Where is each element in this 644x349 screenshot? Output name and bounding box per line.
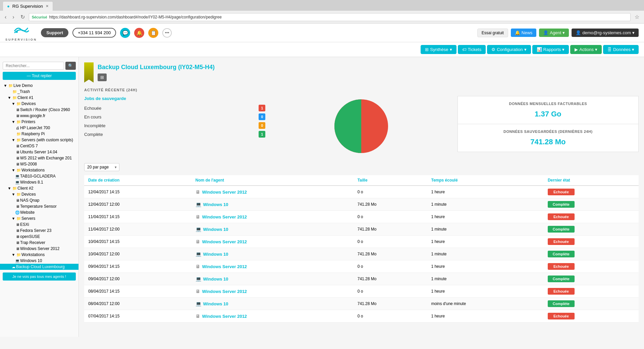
sidebar-item-workstations1[interactable]: ▼ 📁 Workstations bbox=[0, 167, 78, 173]
bookmark-star-icon[interactable]: ☆ bbox=[633, 13, 641, 21]
more-button[interactable]: ••• bbox=[162, 28, 172, 38]
cell-date: 08/04/2017 12:00 bbox=[84, 298, 192, 310]
sidebar-item-devices1[interactable]: ▼ 📁 Devices bbox=[0, 101, 78, 107]
agent-link[interactable]: Windows 10 bbox=[203, 202, 228, 207]
sidebar-item-centos[interactable]: 🖥 CentOS 7 bbox=[0, 143, 78, 149]
job-label: Complète bbox=[84, 132, 103, 137]
forward-button[interactable]: › bbox=[10, 13, 16, 21]
essai-gratuit-button[interactable]: Essai gratuit bbox=[477, 29, 508, 37]
tab-close-icon[interactable]: ✕ bbox=[46, 4, 49, 8]
cell-time: 1 minute bbox=[427, 223, 543, 236]
cell-date: 08/04/2017 14:15 bbox=[84, 285, 192, 298]
agent-link[interactable]: Windows Server 2012 bbox=[202, 214, 247, 219]
collapse-icon: ▼ bbox=[3, 84, 8, 88]
sidebar-item-backup-cloud[interactable]: ☁ Backup Cloud Luxembourg bbox=[0, 264, 78, 270]
phone-button[interactable]: +334 11 934 200 bbox=[72, 28, 116, 38]
sidebar-item-live-demo[interactable]: ▼ 📁 Live Demo bbox=[0, 83, 78, 89]
tab-favicon: ● bbox=[7, 4, 10, 9]
sidebar-item-printers[interactable]: ▼ 📁 Printers bbox=[0, 119, 78, 125]
pie-chart bbox=[271, 96, 452, 156]
sidebar-item-google[interactable]: 🖥 www.google.fr bbox=[0, 113, 78, 119]
support-button[interactable]: Support bbox=[41, 28, 68, 37]
pie-svg bbox=[331, 96, 391, 156]
tab-donnees[interactable]: 🗄 Données ▾ bbox=[603, 45, 639, 54]
sidebar-item-tab10[interactable]: 💻 TAB10-GCLADERA bbox=[0, 173, 78, 179]
search-input[interactable] bbox=[3, 62, 64, 70]
device-icon: 🖥 bbox=[15, 235, 20, 239]
bell-icon: 🔔 bbox=[515, 30, 520, 35]
agent-link[interactable]: Windows Server 2012 bbox=[202, 264, 247, 269]
sidebar-item-switch[interactable]: 🖥 Switch / Router (Cisco 2960 bbox=[0, 107, 78, 113]
sidebar-item-devices2[interactable]: ▼ 📁 Devices bbox=[0, 191, 78, 197]
agent-link[interactable]: Windows 10 bbox=[203, 252, 228, 257]
agent-button[interactable]: 👤 Agent ▾ bbox=[539, 29, 569, 37]
agent-link[interactable]: Windows Server 2012 bbox=[202, 289, 247, 294]
agent-link[interactable]: Windows 10 bbox=[203, 277, 228, 282]
jobs-title: Jobs de sauvegarde bbox=[84, 96, 265, 101]
tab-tickets[interactable]: 🏷 Tickets bbox=[458, 45, 486, 54]
sidebar-item-win81[interactable]: 💻 Windows 8.1 bbox=[0, 179, 78, 185]
sidebar-item-winserver2012[interactable]: 🖥 Windows Server 2012 bbox=[0, 246, 78, 252]
back-button[interactable]: ‹ bbox=[3, 13, 8, 21]
sidebar-item-workstations2[interactable]: ▼ 📁 Workstations bbox=[0, 252, 78, 258]
desktop-icon: 💻 bbox=[196, 301, 201, 306]
sidebar-item-ubuntu[interactable]: 🖥 Ubuntu Server 14.04 bbox=[0, 149, 78, 155]
sidebar-item-servers-custom[interactable]: ▼ 📁 Servers (with custom scripts) bbox=[0, 137, 78, 143]
chat-icon[interactable]: 💬 bbox=[120, 28, 130, 38]
sidebar-item-trap[interactable]: 🖥 Trap Receiver bbox=[0, 240, 78, 246]
status-badge: Echouée bbox=[548, 189, 575, 195]
cell-agent: 🖥Windows Server 2012 bbox=[192, 186, 354, 198]
table-row: 12/04/2017 12:00 💻Windows 10 741.28 Mo 1… bbox=[84, 198, 639, 211]
sidebar-item-trash[interactable]: 📁 _Trash bbox=[0, 89, 78, 95]
info-icon[interactable]: 📋 bbox=[148, 28, 158, 38]
sidebar-item-servers2[interactable]: ▼ 📁 Servers bbox=[0, 215, 78, 221]
agent-link[interactable]: Windows 10 bbox=[203, 301, 228, 306]
per-page-select[interactable]: 20 par page 50 par page 100 par page bbox=[84, 163, 119, 171]
sidebar-item-fedora[interactable]: 🖥 Fedora Server 23 bbox=[0, 228, 78, 234]
job-badge: 1 bbox=[259, 131, 265, 138]
demo-user-button[interactable]: 👤 demo@rg-systemes.com ▾ bbox=[572, 29, 639, 37]
sidebar-item-client1[interactable]: ▼ 📁 Client #1 bbox=[0, 95, 78, 101]
sidebar-item-client2[interactable]: ▼ 📁 Client #2 bbox=[0, 185, 78, 191]
news-button[interactable]: 🔔 News bbox=[511, 29, 537, 37]
cell-agent: 🖥Windows Server 2012 bbox=[192, 211, 354, 223]
agent-link[interactable]: Windows Server 2012 bbox=[202, 190, 247, 195]
cell-date: 11/04/2017 14:15 bbox=[84, 211, 192, 223]
cell-date: 10/04/2017 14:15 bbox=[84, 236, 192, 248]
status-badge: Complète bbox=[548, 276, 575, 282]
folder-icon: 📁 bbox=[16, 168, 21, 172]
tab-actions[interactable]: ▶ Actions ▾ bbox=[570, 45, 602, 54]
tab-rapports[interactable]: 📊 Rapports ▾ bbox=[532, 45, 569, 54]
sidebar-item-ws2012[interactable]: 🖥 WS 2012 with Exchange 201 bbox=[0, 155, 78, 161]
sidebar: 🔍 — Tout replier ▼ 📁 Live Demo 📁 _Trash … bbox=[0, 57, 79, 337]
server-icon: 🖥 bbox=[196, 189, 200, 195]
tout-replier-button[interactable]: — Tout replier bbox=[3, 72, 76, 80]
sidebar-item-raspberry[interactable]: 📁 Raspberry Pi bbox=[0, 131, 78, 137]
agent-link[interactable]: Windows Server 2012 bbox=[202, 314, 247, 319]
device-icon: 🌐 bbox=[15, 210, 20, 215]
sidebar-item-temp-sensor[interactable]: 🖥 Temperature Sensor bbox=[0, 203, 78, 209]
sidebar-item-hp[interactable]: 🖨 HP LaserJet 700 bbox=[0, 125, 78, 131]
sidebar-item-win10[interactable]: 💻 Windows 10 bbox=[0, 258, 78, 264]
browser-tab[interactable]: ● RG Supervision ✕ bbox=[3, 1, 53, 11]
cell-size: 741.28 Mo bbox=[354, 298, 427, 310]
grid-view-button[interactable]: ⊞ bbox=[98, 73, 107, 81]
sidebar-item-website[interactable]: 🌐 Website bbox=[0, 209, 78, 215]
agent-warning-button[interactable]: Je ne vois pas tous mes agents ! bbox=[3, 272, 76, 281]
tab-synthese[interactable]: ⊞ Synthèse ▾ bbox=[421, 45, 456, 54]
col-time: Temps écoulé bbox=[427, 175, 543, 186]
sidebar-item-opensuse[interactable]: 🖥 openSUSE bbox=[0, 234, 78, 240]
user-icon: 👤 bbox=[576, 30, 581, 35]
agent-link[interactable]: Windows 10 bbox=[203, 227, 228, 232]
folder-teal-icon: 📁 bbox=[12, 96, 17, 100]
sidebar-item-esxi[interactable]: 🖥 ESXi bbox=[0, 221, 78, 228]
refresh-button[interactable]: ↻ bbox=[18, 13, 27, 21]
tab-configuration[interactable]: ⚙ Configuration ▾ bbox=[487, 45, 531, 54]
cell-status: Complète bbox=[544, 273, 639, 285]
alert-icon[interactable]: 🔔 bbox=[134, 28, 144, 38]
agent-link[interactable]: Windows Server 2012 bbox=[202, 239, 247, 244]
search-button[interactable]: 🔍 bbox=[65, 62, 76, 70]
cell-size: 0 o bbox=[354, 236, 427, 248]
sidebar-item-ws2008[interactable]: 🖥 WS-2008 bbox=[0, 161, 78, 167]
sidebar-item-nas[interactable]: 🖥 NAS Qnap bbox=[0, 197, 78, 203]
